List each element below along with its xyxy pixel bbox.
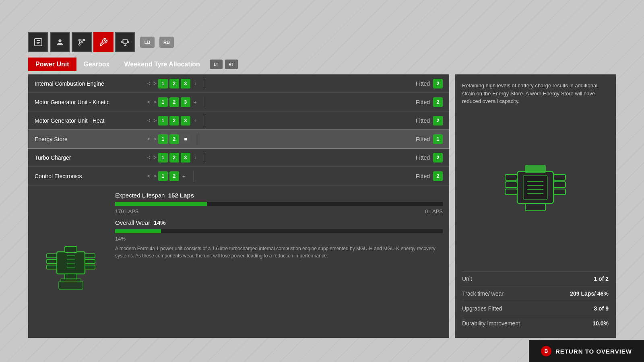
mguh-plus[interactable]: + <box>192 117 198 124</box>
mguh-num-3[interactable]: 3 <box>181 116 190 125</box>
track-wear-value: 209 Laps/ 46% <box>570 290 609 297</box>
tab-power-unit[interactable]: Power Unit <box>28 58 76 71</box>
tools-nav-btn[interactable] <box>93 32 114 52</box>
ice-left-arrow[interactable]: < <box>147 80 152 86</box>
upgrades-value: 3 of 9 <box>594 305 609 312</box>
unit-value: 1 of 2 <box>594 276 609 282</box>
mguh-num-1[interactable]: 1 <box>158 116 168 125</box>
mguh-right-arrow[interactable]: > <box>153 117 157 123</box>
mguk-right-arrow[interactable]: > <box>153 99 157 105</box>
mguh-fitted-label: Fitted <box>416 117 430 124</box>
rt-bumper[interactable]: RT <box>225 60 238 69</box>
turbo-plus[interactable]: + <box>192 154 198 161</box>
row-control-elec[interactable]: Control Electronics < > 1 2 + Fitted 2 <box>28 167 449 185</box>
mguk-plus[interactable]: + <box>192 99 198 105</box>
es-num-2[interactable]: 2 <box>169 134 179 144</box>
tab-bar: Power Unit Gearbox Weekend Tyre Allocati… <box>28 58 238 71</box>
gearshift-nav-btn[interactable] <box>72 32 92 52</box>
tab-weekend-tyre[interactable]: Weekend Tyre Allocation <box>117 58 207 71</box>
engine-svg <box>39 230 103 294</box>
wear-bar-fill <box>115 229 161 233</box>
row-ice[interactable]: Internal Combustion Engine < > 1 2 3 + F… <box>28 74 449 93</box>
row-energy-store[interactable]: Energy Store < > 1 2 ■ Fitted 1 <box>28 130 449 148</box>
svg-rect-35 <box>553 182 566 187</box>
mguh-left-arrow[interactable]: < <box>147 117 152 123</box>
ce-plus[interactable]: + <box>181 173 187 179</box>
ice-separator <box>205 78 409 89</box>
svg-rect-38 <box>523 175 547 200</box>
ce-left-arrow[interactable]: < <box>147 173 152 179</box>
mguh-num-2[interactable]: 2 <box>169 116 179 125</box>
mguk-num-2[interactable]: 2 <box>169 97 179 107</box>
ce-num-1[interactable]: 1 <box>158 171 168 181</box>
mguk-left-arrow[interactable]: < <box>147 99 152 105</box>
b-circle-icon: B <box>541 346 551 356</box>
ice-right-arrow[interactable]: > <box>153 80 157 86</box>
stat-row-durability: Durability Improvement 10.0% <box>462 316 609 331</box>
ce-fitted-badge: 2 <box>433 171 443 181</box>
return-label: RETURN TO OVERVIEW <box>555 348 632 355</box>
mguh-controls: < > 1 2 3 + <box>147 116 198 125</box>
ce-num-2[interactable]: 2 <box>169 171 179 181</box>
mguk-controls: < > 1 2 3 + <box>147 97 198 107</box>
trophy-nav-btn[interactable] <box>115 32 135 52</box>
turbo-fitted-label: Fitted <box>416 154 430 161</box>
wear-bar <box>115 229 443 233</box>
mguh-fitted-badge: 2 <box>433 116 443 125</box>
mguk-num-3[interactable]: 3 <box>181 97 190 107</box>
ce-right-arrow[interactable]: > <box>153 173 157 179</box>
stat-row-unit: Unit 1 of 2 <box>462 271 609 286</box>
wear-bar-label: 14% <box>115 236 126 242</box>
track-wear-label: Track time/ wear <box>462 290 504 297</box>
svg-rect-31 <box>505 175 517 180</box>
lifespan-bar-labels: 170 LAPS 0 LAPS <box>115 208 443 214</box>
stat-row-upgrades: Upgrades Fitted 3 of 9 <box>462 301 609 316</box>
tab-gearbox[interactable]: Gearbox <box>76 58 117 71</box>
es-left-arrow[interactable]: < <box>147 136 152 142</box>
search-nav-btn[interactable] <box>28 32 48 52</box>
lt-bumper[interactable]: LT <box>210 60 223 69</box>
lb-bumper[interactable]: LB <box>140 37 155 48</box>
ice-plus[interactable]: + <box>192 80 198 87</box>
es-num-3[interactable]: ■ <box>181 134 190 144</box>
rb-bumper[interactable]: RB <box>159 37 174 48</box>
lifespan-title: Expected Lifespan 152 Laps <box>115 192 443 199</box>
turbo-num-2[interactable]: 2 <box>169 153 179 162</box>
es-right-arrow[interactable]: > <box>153 136 157 142</box>
ce-fitted-label: Fitted <box>416 173 430 179</box>
ice-num-1[interactable]: 1 <box>158 79 168 88</box>
lifespan-min-label: 170 LAPS <box>115 208 139 214</box>
svg-rect-20 <box>85 259 95 263</box>
lifespan-value: 152 Laps <box>168 192 194 199</box>
svg-rect-37 <box>525 204 545 211</box>
turbo-label: Turbo Charger <box>35 154 147 161</box>
row-mgu-h[interactable]: Motor Generator Unit - Heat < > 1 2 3 + … <box>28 111 449 130</box>
return-button[interactable]: B RETURN TO OVERVIEW <box>529 340 644 362</box>
mguh-separator <box>205 115 409 126</box>
row-turbo[interactable]: Turbo Charger < > 1 2 3 + Fitted 2 <box>28 148 449 167</box>
turbo-num-3[interactable]: 3 <box>181 153 190 162</box>
row-mgu-k[interactable]: Motor Generator Unit - Kinetic < > 1 2 3… <box>28 93 449 111</box>
turbo-right-arrow[interactable]: > <box>153 154 157 160</box>
turbo-separator <box>205 152 409 163</box>
person-nav-btn[interactable] <box>50 32 70 52</box>
svg-point-7 <box>79 44 80 45</box>
turbo-controls: < > 1 2 3 + <box>147 153 198 162</box>
mguh-label: Motor Generator Unit - Heat <box>35 117 147 124</box>
mguk-fitted-badge: 2 <box>433 97 443 107</box>
wear-title: Overall Wear 14% <box>115 219 443 226</box>
turbo-num-1[interactable]: 1 <box>158 153 168 162</box>
svg-point-8 <box>81 41 83 43</box>
svg-rect-21 <box>85 265 95 269</box>
ice-num-2[interactable]: 2 <box>169 79 179 88</box>
es-num-1[interactable]: 1 <box>158 134 168 144</box>
stats-area: Expected Lifespan 152 Laps 170 LAPS 0 LA… <box>115 192 443 331</box>
svg-rect-17 <box>47 259 57 263</box>
mguk-num-1[interactable]: 1 <box>158 97 168 107</box>
ice-num-3[interactable]: 3 <box>181 79 190 88</box>
engine-icon-area <box>35 192 107 331</box>
turbo-left-arrow[interactable]: < <box>147 154 152 160</box>
mguk-separator <box>205 97 409 108</box>
unit-label: Unit <box>462 276 472 282</box>
durability-label: Durability Improvement <box>462 320 520 327</box>
